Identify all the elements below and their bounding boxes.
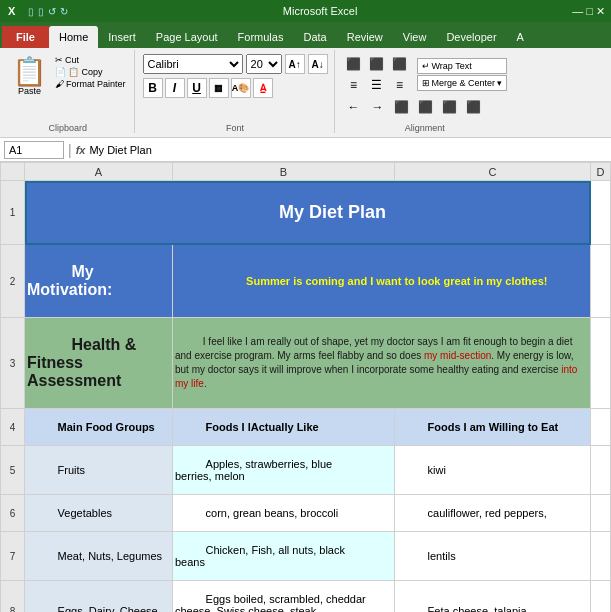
- row-header-6[interactable]: 6: [1, 495, 25, 532]
- row-header-3[interactable]: 3: [1, 318, 25, 409]
- underline-button[interactable]: U: [187, 78, 207, 98]
- cell-d6[interactable]: [591, 495, 611, 532]
- tab-developer[interactable]: Developer: [436, 26, 506, 48]
- row-header-4[interactable]: 4: [1, 409, 25, 446]
- cell-a6[interactable]: Vegetables: [25, 495, 173, 532]
- cut-icon: ✂: [55, 55, 63, 65]
- cell-d8[interactable]: [591, 581, 611, 613]
- cell-d2[interactable]: [591, 245, 611, 318]
- col-header-d[interactable]: D: [591, 163, 611, 181]
- cell-c4[interactable]: Foods I am Willing to Eat: [395, 409, 591, 446]
- cell-a5[interactable]: Fruits: [25, 446, 173, 495]
- font-label: Font: [143, 121, 328, 133]
- spreadsheet: A B C D 1 My Diet Plan 2 My Motivation:: [0, 162, 611, 612]
- cell-c5[interactable]: kiwi: [395, 446, 591, 495]
- table-row: 4 Main Food Groups Foods I lActually Lik…: [1, 409, 611, 446]
- cell-a8[interactable]: Eggs, Dairy, Cheese: [25, 581, 173, 613]
- wrap-text-button[interactable]: ↵ Wrap Text: [417, 58, 508, 74]
- col-header-b[interactable]: B: [173, 163, 395, 181]
- cell-c6[interactable]: cauliflower, red peppers,: [395, 495, 591, 532]
- align-top-right-button[interactable]: ⬛: [389, 54, 411, 74]
- align-left-button[interactable]: ⬛: [415, 97, 437, 117]
- table-row: 3 Health & Fitness Assessment I feel lik…: [1, 318, 611, 409]
- assessment-red-1: my mid-section: [424, 350, 491, 361]
- increase-font-button[interactable]: A↑: [285, 54, 305, 74]
- cell-b6[interactable]: corn, grean beans, broccoli: [173, 495, 395, 532]
- align-bottom-button[interactable]: ⬛: [391, 97, 413, 117]
- cell-b2[interactable]: Summer is coming and I want to look grea…: [173, 245, 591, 318]
- tab-view[interactable]: View: [393, 26, 437, 48]
- cell-b3[interactable]: I feel like I am really out of shape, ye…: [173, 318, 591, 409]
- align-center-button[interactable]: ⬛: [439, 97, 461, 117]
- row-header-8[interactable]: 8: [1, 581, 25, 613]
- cell-d1[interactable]: [591, 181, 611, 245]
- window-title: Microsoft Excel: [283, 5, 358, 17]
- decrease-font-button[interactable]: A↓: [308, 54, 328, 74]
- row-header-1[interactable]: 1: [1, 181, 25, 245]
- cell-d4[interactable]: [591, 409, 611, 446]
- tab-extra[interactable]: A: [507, 26, 534, 48]
- cut-label: Cut: [65, 55, 79, 65]
- tab-review[interactable]: Review: [337, 26, 393, 48]
- cell-a3[interactable]: Health & Fitness Assessment: [25, 318, 173, 409]
- cell-a7[interactable]: Meat, Nuts, Legumes: [25, 532, 173, 581]
- cell-b4[interactable]: Foods I lActually Like: [173, 409, 395, 446]
- align-top-center-button[interactable]: ⬛: [366, 54, 388, 74]
- paste-button[interactable]: 📋 Paste: [8, 54, 51, 100]
- align-middle-center-button[interactable]: ☰: [366, 75, 388, 95]
- cell-d7[interactable]: [591, 532, 611, 581]
- italic-button[interactable]: I: [165, 78, 185, 98]
- formula-input[interactable]: [89, 144, 607, 156]
- table-row: 6 Vegetables corn, grean beans, broccoli…: [1, 495, 611, 532]
- align-middle-right-button[interactable]: ≡: [389, 75, 411, 95]
- cell-b7[interactable]: Chicken, Fish, all nuts, black beans: [173, 532, 395, 581]
- alignment-group: ⬛ ⬛ ⬛ ≡ ☰ ≡ ↵ Wrap Text ⊞ Merge & Center: [339, 50, 514, 133]
- tab-home[interactable]: Home: [49, 26, 98, 48]
- bold-button[interactable]: B: [143, 78, 163, 98]
- indent-increase-button[interactable]: →: [367, 97, 389, 117]
- cell-d5[interactable]: [591, 446, 611, 495]
- align-top-left-button[interactable]: ⬛: [343, 54, 365, 74]
- merge-center-button[interactable]: ⊞ Merge & Center ▾: [417, 75, 508, 91]
- table-row: 8 Eggs, Dairy, Cheese Eggs boiled, scram…: [1, 581, 611, 613]
- cell-c8[interactable]: Feta cheese, talapia: [395, 581, 591, 613]
- cell-reference-input[interactable]: [4, 141, 64, 159]
- cell-a2[interactable]: My Motivation:: [25, 245, 173, 318]
- format-painter-button[interactable]: 🖌 Format Painter: [53, 78, 128, 90]
- cell-b5[interactable]: Apples, strawberries, blue berries, melo…: [173, 446, 395, 495]
- svg-text:X: X: [8, 5, 16, 17]
- title-bar: X ▯ ▯ ↺ ↻ Microsoft Excel — □ ✕: [0, 0, 611, 22]
- cell-b8[interactable]: Eggs boiled, scrambled, cheddar cheese, …: [173, 581, 395, 613]
- cut-button[interactable]: ✂ Cut: [53, 54, 128, 66]
- wrap-text-label: Wrap Text: [432, 61, 472, 71]
- font-size-select[interactable]: 20: [246, 54, 282, 74]
- format-painter-label: Format Painter: [66, 79, 126, 89]
- col-header-c[interactable]: C: [395, 163, 591, 181]
- align-right-button[interactable]: ⬛: [463, 97, 485, 117]
- tab-data[interactable]: Data: [293, 26, 336, 48]
- row-header-2[interactable]: 2: [1, 245, 25, 318]
- fill-color-button[interactable]: A🎨: [231, 78, 251, 98]
- border-button[interactable]: ▦: [209, 78, 229, 98]
- tab-formulas[interactable]: Formulas: [228, 26, 294, 48]
- excel-icon: X: [6, 2, 22, 20]
- align-buttons: ⬛ ⬛ ⬛ ≡ ☰ ≡: [343, 54, 411, 95]
- cell-a1[interactable]: My Diet Plan: [25, 181, 591, 245]
- indent-decrease-button[interactable]: ←: [343, 97, 365, 117]
- font-color-button[interactable]: A̲: [253, 78, 273, 98]
- table-row: 7 Meat, Nuts, Legumes Chicken, Fish, all…: [1, 532, 611, 581]
- col-header-a[interactable]: A: [25, 163, 173, 181]
- tab-file[interactable]: File: [2, 26, 49, 48]
- align-middle-left-button[interactable]: ≡: [343, 75, 365, 95]
- tab-insert[interactable]: Insert: [98, 26, 146, 48]
- merge-dropdown-icon[interactable]: ▾: [497, 78, 502, 88]
- row-header-5[interactable]: 5: [1, 446, 25, 495]
- row-header-7[interactable]: 7: [1, 532, 25, 581]
- cell-a4[interactable]: Main Food Groups: [25, 409, 173, 446]
- tab-page-layout[interactable]: Page Layout: [146, 26, 228, 48]
- font-name-select[interactable]: Calibri: [143, 54, 243, 74]
- copy-button[interactable]: 📄 📋 Copy: [53, 66, 128, 78]
- clipboard-label: Clipboard: [8, 121, 128, 133]
- cell-c7[interactable]: lentils: [395, 532, 591, 581]
- cell-d3[interactable]: [591, 318, 611, 409]
